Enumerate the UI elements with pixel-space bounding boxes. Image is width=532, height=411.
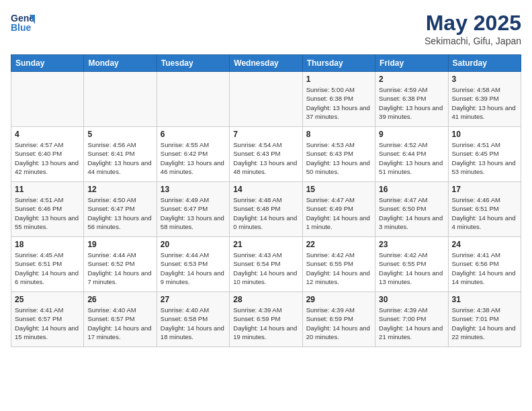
day-info: Sunrise: 4:49 AM Sunset: 6:47 PM Dayligh… xyxy=(161,195,226,231)
weekday-header-monday: Monday xyxy=(84,55,157,72)
day-number: 3 xyxy=(452,75,517,84)
title-block: May 2025 Sekimachi, Gifu, Japan xyxy=(425,11,521,46)
day-number: 5 xyxy=(87,130,152,139)
day-cell-6: 6Sunrise: 4:55 AM Sunset: 6:42 PM Daylig… xyxy=(157,127,229,182)
day-number: 18 xyxy=(15,240,80,249)
day-number: 29 xyxy=(306,295,371,304)
logo-icon: General Blue xyxy=(11,11,35,38)
day-info: Sunrise: 4:54 AM Sunset: 6:43 PM Dayligh… xyxy=(233,140,298,176)
day-number: 20 xyxy=(161,240,226,249)
day-number: 21 xyxy=(233,240,298,249)
weekday-header-friday: Friday xyxy=(375,55,448,72)
day-info: Sunrise: 4:57 AM Sunset: 6:40 PM Dayligh… xyxy=(15,140,80,176)
empty-cell xyxy=(11,72,84,127)
location: Sekimachi, Gifu, Japan xyxy=(425,36,521,46)
weekday-header-thursday: Thursday xyxy=(302,55,375,72)
week-row-1: 1Sunrise: 5:00 AM Sunset: 6:38 PM Daylig… xyxy=(11,72,521,127)
day-info: Sunrise: 4:58 AM Sunset: 6:39 PM Dayligh… xyxy=(452,85,517,121)
day-info: Sunrise: 4:41 AM Sunset: 6:56 PM Dayligh… xyxy=(452,250,517,286)
day-cell-16: 16Sunrise: 4:47 AM Sunset: 6:50 PM Dayli… xyxy=(375,182,448,237)
empty-cell xyxy=(84,72,157,127)
day-cell-17: 17Sunrise: 4:46 AM Sunset: 6:51 PM Dayli… xyxy=(448,182,521,237)
day-info: Sunrise: 4:48 AM Sunset: 6:48 PM Dayligh… xyxy=(233,195,298,231)
day-number: 4 xyxy=(15,130,80,139)
day-number: 13 xyxy=(161,185,226,194)
day-number: 14 xyxy=(233,185,298,194)
day-info: Sunrise: 4:39 AM Sunset: 6:59 PM Dayligh… xyxy=(233,306,298,341)
day-number: 31 xyxy=(452,295,517,304)
day-info: Sunrise: 4:44 AM Sunset: 6:52 PM Dayligh… xyxy=(87,250,152,286)
day-info: Sunrise: 4:47 AM Sunset: 6:50 PM Dayligh… xyxy=(379,195,444,231)
day-cell-22: 22Sunrise: 4:42 AM Sunset: 6:55 PM Dayli… xyxy=(302,237,375,292)
week-row-3: 11Sunrise: 4:51 AM Sunset: 6:46 PM Dayli… xyxy=(11,182,521,237)
day-cell-8: 8Sunrise: 4:53 AM Sunset: 6:43 PM Daylig… xyxy=(302,127,375,182)
day-info: Sunrise: 4:42 AM Sunset: 6:55 PM Dayligh… xyxy=(306,250,371,286)
day-number: 30 xyxy=(379,295,444,304)
day-cell-24: 24Sunrise: 4:41 AM Sunset: 6:56 PM Dayli… xyxy=(448,237,521,292)
day-info: Sunrise: 4:50 AM Sunset: 6:47 PM Dayligh… xyxy=(87,195,152,231)
day-cell-30: 30Sunrise: 4:39 AM Sunset: 7:00 PM Dayli… xyxy=(375,292,448,347)
day-info: Sunrise: 4:39 AM Sunset: 6:59 PM Dayligh… xyxy=(306,306,371,341)
day-cell-10: 10Sunrise: 4:51 AM Sunset: 6:45 PM Dayli… xyxy=(448,127,521,182)
day-cell-26: 26Sunrise: 4:40 AM Sunset: 6:57 PM Dayli… xyxy=(84,292,157,347)
day-cell-13: 13Sunrise: 4:49 AM Sunset: 6:47 PM Dayli… xyxy=(157,182,229,237)
day-number: 11 xyxy=(15,185,80,194)
day-info: Sunrise: 4:44 AM Sunset: 6:53 PM Dayligh… xyxy=(161,250,226,286)
day-info: Sunrise: 4:40 AM Sunset: 6:57 PM Dayligh… xyxy=(87,306,152,341)
day-number: 16 xyxy=(379,185,444,194)
day-cell-25: 25Sunrise: 4:41 AM Sunset: 6:57 PM Dayli… xyxy=(11,292,84,347)
day-cell-19: 19Sunrise: 4:44 AM Sunset: 6:52 PM Dayli… xyxy=(84,237,157,292)
day-number: 1 xyxy=(306,75,371,84)
day-info: Sunrise: 4:47 AM Sunset: 6:49 PM Dayligh… xyxy=(306,195,371,231)
day-info: Sunrise: 4:51 AM Sunset: 6:45 PM Dayligh… xyxy=(452,140,517,176)
day-info: Sunrise: 4:39 AM Sunset: 7:00 PM Dayligh… xyxy=(379,306,444,341)
day-info: Sunrise: 4:38 AM Sunset: 7:01 PM Dayligh… xyxy=(452,306,517,341)
day-cell-28: 28Sunrise: 4:39 AM Sunset: 6:59 PM Dayli… xyxy=(230,292,302,347)
page-header: General Blue May 2025 Sekimachi, Gifu, J… xyxy=(11,11,521,46)
day-info: Sunrise: 4:53 AM Sunset: 6:43 PM Dayligh… xyxy=(306,140,371,176)
day-number: 22 xyxy=(306,240,371,249)
empty-cell xyxy=(230,72,302,127)
calendar: SundayMondayTuesdayWednesdayThursdayFrid… xyxy=(11,54,521,347)
day-info: Sunrise: 4:46 AM Sunset: 6:51 PM Dayligh… xyxy=(452,195,517,231)
day-cell-5: 5Sunrise: 4:56 AM Sunset: 6:41 PM Daylig… xyxy=(84,127,157,182)
day-number: 26 xyxy=(87,295,152,304)
day-info: Sunrise: 4:59 AM Sunset: 6:38 PM Dayligh… xyxy=(379,85,444,121)
day-cell-11: 11Sunrise: 4:51 AM Sunset: 6:46 PM Dayli… xyxy=(11,182,84,237)
weekday-header-wednesday: Wednesday xyxy=(230,55,302,72)
day-info: Sunrise: 4:52 AM Sunset: 6:44 PM Dayligh… xyxy=(379,140,444,176)
day-cell-14: 14Sunrise: 4:48 AM Sunset: 6:48 PM Dayli… xyxy=(230,182,302,237)
day-cell-20: 20Sunrise: 4:44 AM Sunset: 6:53 PM Dayli… xyxy=(157,237,229,292)
weekday-header-saturday: Saturday xyxy=(448,55,521,72)
week-row-2: 4Sunrise: 4:57 AM Sunset: 6:40 PM Daylig… xyxy=(11,127,521,182)
day-number: 23 xyxy=(379,240,444,249)
day-cell-15: 15Sunrise: 4:47 AM Sunset: 6:49 PM Dayli… xyxy=(302,182,375,237)
day-info: Sunrise: 4:41 AM Sunset: 6:57 PM Dayligh… xyxy=(15,306,80,341)
day-cell-21: 21Sunrise: 4:43 AM Sunset: 6:54 PM Dayli… xyxy=(230,237,302,292)
day-cell-27: 27Sunrise: 4:40 AM Sunset: 6:58 PM Dayli… xyxy=(157,292,229,347)
week-row-5: 25Sunrise: 4:41 AM Sunset: 6:57 PM Dayli… xyxy=(11,292,521,347)
day-number: 19 xyxy=(87,240,152,249)
weekday-header-row: SundayMondayTuesdayWednesdayThursdayFrid… xyxy=(11,55,521,72)
day-info: Sunrise: 4:43 AM Sunset: 6:54 PM Dayligh… xyxy=(233,250,298,286)
day-info: Sunrise: 4:45 AM Sunset: 6:51 PM Dayligh… xyxy=(15,250,80,286)
empty-cell xyxy=(157,72,229,127)
weekday-header-tuesday: Tuesday xyxy=(157,55,229,72)
day-info: Sunrise: 4:42 AM Sunset: 6:55 PM Dayligh… xyxy=(379,250,444,286)
day-number: 25 xyxy=(15,295,80,304)
month-title: May 2025 xyxy=(425,11,521,36)
weekday-header-sunday: Sunday xyxy=(11,55,84,72)
day-cell-18: 18Sunrise: 4:45 AM Sunset: 6:51 PM Dayli… xyxy=(11,237,84,292)
day-number: 27 xyxy=(161,295,226,304)
day-number: 24 xyxy=(452,240,517,249)
day-cell-29: 29Sunrise: 4:39 AM Sunset: 6:59 PM Dayli… xyxy=(302,292,375,347)
day-info: Sunrise: 4:55 AM Sunset: 6:42 PM Dayligh… xyxy=(161,140,226,176)
day-number: 10 xyxy=(452,130,517,139)
day-info: Sunrise: 4:56 AM Sunset: 6:41 PM Dayligh… xyxy=(87,140,152,176)
day-number: 28 xyxy=(233,295,298,304)
day-cell-2: 2Sunrise: 4:59 AM Sunset: 6:38 PM Daylig… xyxy=(375,72,448,127)
day-cell-4: 4Sunrise: 4:57 AM Sunset: 6:40 PM Daylig… xyxy=(11,127,84,182)
day-number: 12 xyxy=(87,185,152,194)
day-number: 6 xyxy=(161,130,226,139)
day-cell-23: 23Sunrise: 4:42 AM Sunset: 6:55 PM Dayli… xyxy=(375,237,448,292)
